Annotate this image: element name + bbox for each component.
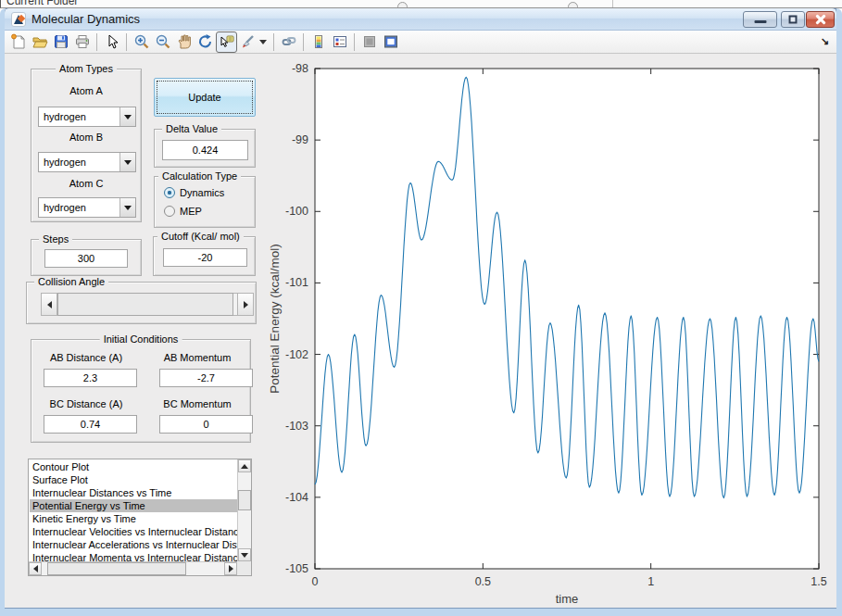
link-plot-icon[interactable] [278,31,299,53]
figure-window: Molecular Dynamics [0,8,842,616]
zoom-out-icon[interactable] [152,31,173,53]
collision-angle-slider[interactable] [41,293,254,316]
ab-momentum-label: AB Momentum [143,352,252,363]
plot-type-listbox[interactable]: Contour Plot Surface Plot Internuclear D… [28,459,252,576]
print-icon[interactable] [71,31,93,53]
dropdown-button[interactable] [119,153,135,171]
delta-value-panel: Delta Value [154,129,256,168]
arrow-left-icon [47,301,52,308]
ab-distance-label: AB Distance (A) [31,352,141,363]
save-icon[interactable] [50,31,71,53]
toolbar-overflow-icon[interactable]: ↘ [821,35,829,47]
horizontal-scroll-thumb[interactable] [47,562,186,575]
slider-right-arrow[interactable] [237,293,254,316]
list-item[interactable]: Contour Plot [30,460,237,473]
atom-b-value: hydrogen [44,157,86,168]
svg-text:-105: -105 [285,562,308,575]
scroll-down-button[interactable] [238,548,251,561]
matlab-figure-icon [11,12,26,27]
scroll-right-button[interactable] [224,562,237,575]
delta-value-title: Delta Value [162,123,221,134]
brush-dropdown-icon[interactable] [259,40,267,44]
atom-a-dropdown[interactable]: hydrogen [38,107,136,127]
slider-thumb[interactable] [57,293,233,316]
collision-angle-title: Collision Angle [34,276,108,287]
panel-button-icon[interactable] [397,2,408,8]
vertical-scroll-thumb[interactable] [238,490,251,510]
radio-dynamics-label: Dynamics [180,187,224,198]
bc-distance-input[interactable] [44,415,137,434]
listbox-horizontal-scrollbar[interactable] [29,561,237,575]
bc-momentum-input[interactable] [159,415,253,434]
arrow-down-icon [241,553,248,558]
steps-input[interactable] [44,249,128,268]
svg-text:-101: -101 [285,276,308,289]
atom-b-dropdown[interactable]: hydrogen [38,152,136,172]
data-cursor-icon[interactable] [216,31,237,53]
radio-icon[interactable] [164,206,175,217]
arrow-cursor-icon[interactable] [101,31,122,53]
list-item[interactable]: Internuclear Momenta vs Internuclear Dis… [30,551,237,561]
list-item[interactable]: Kinetic Energy vs Time [30,512,237,525]
bc-momentum-label: BC Momentum [143,398,252,409]
toolbar-separator [303,33,304,51]
panel-divider [612,0,613,8]
minimize-button[interactable] [743,11,777,28]
list-item[interactable]: Internuclear Accelerations vs Internucle… [30,538,237,551]
cutoff-panel: Cutoff (Kcal/ mol) [153,236,256,276]
open-folder-icon[interactable] [29,31,50,53]
update-button[interactable]: Update [154,78,256,117]
dropdown-button[interactable] [119,107,135,126]
atom-a-label: Atom A [31,85,141,96]
panel-menu-icon[interactable] [568,2,578,8]
ab-distance-input[interactable] [44,369,137,387]
svg-text:1: 1 [647,575,654,588]
chevron-down-icon [124,115,132,119]
svg-text:-98: -98 [292,62,308,75]
insert-colorbar-icon[interactable] [308,31,329,53]
dropdown-button[interactable] [119,198,135,217]
listbox-vertical-scrollbar[interactable] [237,459,251,561]
scroll-up-button[interactable] [238,459,251,472]
svg-text:-102: -102 [285,348,308,361]
radio-mep-label: MEP [180,206,202,217]
screen: Current Folder Molecular Dynamics [0,0,842,616]
cutoff-title: Cutoff (Kcal/ mol) [157,231,244,242]
svg-text:-103: -103 [285,420,308,433]
atom-c-dropdown[interactable]: hydrogen [38,197,136,218]
list-item[interactable]: Internuclear Distances vs Time [30,486,237,499]
restore-button[interactable] [781,11,805,28]
list-item[interactable]: Potential Energy vs Time [30,499,237,512]
delta-value-input[interactable] [162,140,248,160]
bc-distance-label: BC Distance (A) [31,398,141,409]
collision-angle-panel: Collision Angle [26,282,257,324]
ab-momentum-input[interactable] [159,369,253,387]
pan-hand-icon[interactable] [173,31,195,53]
slider-left-arrow[interactable] [41,293,57,316]
close-button[interactable] [806,11,835,28]
svg-text:1.5: 1.5 [811,575,826,588]
radio-dynamics[interactable]: Dynamics [164,187,224,198]
list-item[interactable]: Surface Plot [30,473,237,486]
cutoff-input[interactable] [163,248,247,267]
arrow-right-icon [244,301,248,308]
listbox-items: Contour Plot Surface Plot Internuclear D… [30,460,237,561]
new-document-icon[interactable] [7,31,29,53]
scroll-left-button[interactable] [29,562,42,575]
minimize-icon [754,20,766,23]
insert-legend-icon[interactable] [329,31,350,53]
atom-c-value: hydrogen [44,202,86,213]
svg-text:-100: -100 [285,205,308,218]
toolbar-separator [273,33,274,51]
zoom-in-icon[interactable] [131,31,152,53]
radio-mep[interactable]: MEP [164,206,202,217]
show-plot-tools-dock-figure-icon[interactable] [380,31,401,53]
steps-panel: Steps [31,239,142,276]
hide-plot-tools-icon[interactable] [358,31,380,53]
list-item[interactable]: Internuclear Velocities vs Internuclear … [30,525,237,538]
brush-icon[interactable] [237,31,258,53]
plot-canvas: 00.511.5-105-104-103-102-101-100-99-98ti… [265,55,842,608]
rotate-3d-icon[interactable] [195,31,216,53]
radio-icon[interactable] [164,187,175,198]
arrow-right-icon [229,565,233,572]
